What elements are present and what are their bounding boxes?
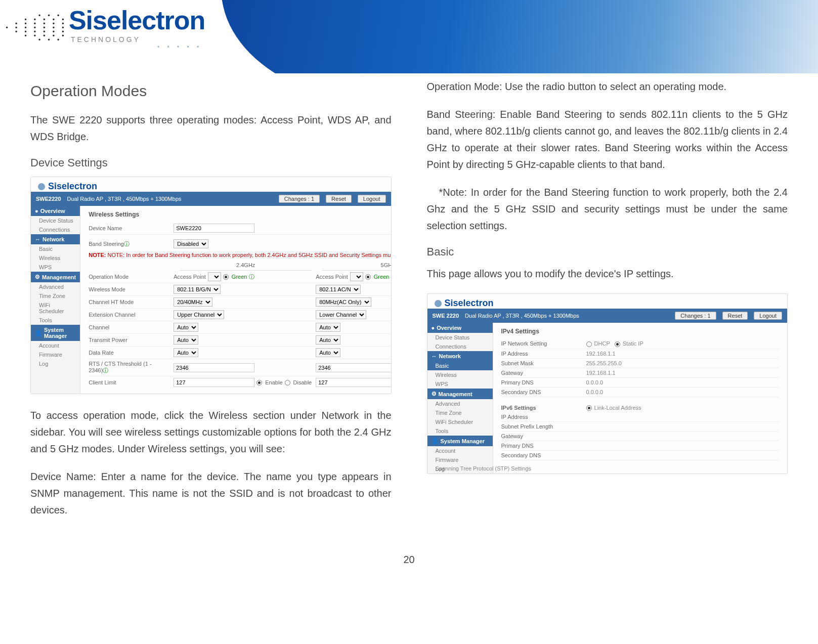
sidebar-item-account[interactable]: Account: [31, 341, 80, 350]
sidebar-item-wireless[interactable]: Wireless: [427, 370, 493, 379]
op-mode-24-select[interactable]: [208, 272, 221, 281]
logout-button[interactable]: Logout: [754, 312, 782, 320]
ht-5-select[interactable]: 80MHz(AC Only): [316, 297, 371, 307]
rts-5-input[interactable]: [316, 363, 391, 372]
subnet-mask-value[interactable]: 255.255.255.0: [586, 360, 780, 366]
brand-logo: • • • • • • • • • • • • • • • • • • • • …: [5, 5, 205, 51]
subnet-mask-label: Subnet Mask: [501, 360, 582, 366]
screenshot-ip-settings: Siselectron SWE 2220 Dual Radio AP , 3T3…: [427, 293, 788, 474]
primary-dns-value[interactable]: 0.0.0.0: [586, 379, 780, 385]
sidebar-item-connections[interactable]: Connections: [31, 225, 80, 234]
reset-button[interactable]: Reset: [326, 195, 352, 203]
shot2-desc: Dual Radio AP , 3T3R , 450Mbps + 1300Mbp…: [465, 313, 669, 319]
cl-24-enable-radio[interactable]: [256, 380, 262, 385]
sidebar-item-wps[interactable]: WPS: [31, 263, 80, 272]
brand-dots: • • • • •: [69, 44, 202, 51]
basic-paragraph: This page allows you to modify the devic…: [427, 266, 788, 282]
sidebar-group-overview[interactable]: ● Overview: [31, 206, 80, 216]
shot1-brand: Siselectron: [48, 181, 97, 192]
ipv6-address-label: IP Address: [501, 414, 582, 420]
dr-24-select[interactable]: Auto: [174, 348, 198, 357]
ipv6-gateway-value[interactable]: [586, 433, 780, 439]
ipv6-secondary-dns-value[interactable]: [586, 452, 780, 458]
sidebar-group-management[interactable]: ⚙ Management: [31, 272, 80, 282]
sidebar-item-log[interactable]: Log: [31, 359, 80, 368]
sidebar-group-system-manager[interactable]: 👤 System Manager: [427, 436, 493, 446]
device-name-input[interactable]: [174, 224, 254, 233]
shot2-model: SWE 2220: [433, 313, 459, 319]
sidebar-item-basic[interactable]: Basic: [31, 244, 80, 253]
shot2-logo: Siselectron: [427, 294, 788, 309]
wireless-mode-label: Wireless Mode: [89, 286, 169, 292]
tx-5-select[interactable]: Auto: [316, 335, 340, 345]
sidebar-group-system-manager[interactable]: 👤 System Manager: [31, 325, 80, 341]
cl-5-input[interactable]: [316, 378, 391, 387]
shot1-logo: Siselectron: [31, 177, 391, 192]
sidebar-item-device-status[interactable]: Device Status: [31, 216, 80, 225]
ext-5-select[interactable]: Lower Channel: [316, 310, 366, 319]
shot1-model: SWE2220: [36, 196, 61, 202]
op-mode-5-select[interactable]: [350, 272, 363, 281]
tx-power-label: Transmit Power: [89, 337, 169, 343]
green-radio-5[interactable]: [365, 274, 371, 280]
logout-button[interactable]: Logout: [358, 195, 386, 203]
link-local-radio[interactable]: [586, 405, 592, 411]
sidebar-item-advanced[interactable]: Advanced: [427, 399, 493, 408]
sidebar-item-time-zone[interactable]: Time Zone: [31, 291, 80, 300]
static-ip-radio[interactable]: [615, 341, 620, 347]
sidebar-group-overview[interactable]: ● Overview: [427, 323, 493, 333]
sidebar-item-wireless[interactable]: Wireless: [31, 253, 80, 263]
ipv4-settings-heading: IPv4 Settings: [501, 328, 780, 335]
ht-24-select[interactable]: 20/40MHz: [174, 297, 212, 307]
sidebar-group-network[interactable]: ↔ Network: [31, 234, 80, 244]
dhcp-radio[interactable]: [586, 341, 592, 347]
sidebar-item-tools[interactable]: Tools: [31, 316, 80, 325]
sidebar-item-basic[interactable]: Basic: [427, 361, 493, 370]
changes-button[interactable]: Changes : 1: [279, 195, 320, 203]
wmode-5-select[interactable]: 802.11 AC/N: [316, 285, 361, 294]
sidebar-group-management[interactable]: ⚙ Management: [427, 389, 493, 399]
shot1-topbar: SWE2220 Dual Radio AP , 3T3R , 450Mbps +…: [31, 192, 391, 206]
changes-button[interactable]: Changes : 1: [675, 312, 716, 320]
wmode-24-select[interactable]: 802.11 B/G/N: [174, 285, 221, 294]
ipv6-primary-dns-value[interactable]: [586, 443, 780, 449]
reset-button[interactable]: Reset: [722, 312, 748, 320]
sidebar-item-time-zone[interactable]: Time Zone: [427, 408, 493, 417]
intro-paragraph: The SWE 2220 supports three operating mo…: [30, 112, 392, 145]
sidebar-item-firmware[interactable]: Firmware: [427, 455, 493, 464]
cl-24-input[interactable]: [174, 378, 254, 387]
green-radio-24[interactable]: [223, 274, 229, 280]
shot2-topbar: SWE 2220 Dual Radio AP , 3T3R , 450Mbps …: [427, 309, 788, 323]
ipv6-address-value[interactable]: [586, 414, 780, 420]
band-steering-select[interactable]: Disabled: [174, 239, 208, 248]
channel-label: Channel: [89, 324, 169, 330]
sidebar-item-connections[interactable]: Connections: [427, 342, 493, 351]
dr-5-select[interactable]: Auto: [316, 348, 340, 357]
sidebar-item-wifi-scheduler[interactable]: WiFi Scheduler: [427, 417, 493, 426]
operation-mode-paragraph: Operation Mode: Use the radio button to …: [427, 78, 788, 95]
sidebar-item-firmware[interactable]: Firmware: [31, 350, 80, 359]
ext-24-select[interactable]: Upper Channel: [174, 310, 224, 319]
sidebar-item-device-status[interactable]: Device Status: [427, 333, 493, 342]
sidebar-item-account[interactable]: Account: [427, 446, 493, 455]
sidebar-item-wifi-scheduler[interactable]: WiFi Scheduler: [31, 300, 80, 316]
ip-address-value[interactable]: 192.168.1.1: [586, 351, 780, 357]
rts-24-input[interactable]: [174, 363, 254, 372]
sidebar-item-wps[interactable]: WPS: [427, 379, 493, 389]
band-steering-note-paragraph: *Note: In order for the Band Steering fu…: [427, 184, 788, 234]
gateway-value[interactable]: 192.168.1.1: [586, 370, 780, 376]
screenshot-wireless-settings: Siselectron SWE2220 Dual Radio AP , 3T3R…: [30, 177, 392, 394]
sidebar-item-tools[interactable]: Tools: [427, 426, 493, 436]
sidebar-item-advanced[interactable]: Advanced: [31, 282, 80, 291]
cl-24-disable-radio[interactable]: [285, 380, 290, 385]
gateway-label: Gateway: [501, 370, 582, 376]
ch-5-select[interactable]: Auto: [316, 323, 340, 332]
tx-24-select[interactable]: Auto: [174, 335, 198, 345]
page-content: Operation Modes The SWE 2220 supports th…: [0, 73, 818, 550]
secondary-dns-value[interactable]: 0.0.0.0: [586, 389, 780, 395]
ch-24-select[interactable]: Auto: [174, 323, 198, 332]
subnet-prefix-value[interactable]: [586, 423, 780, 430]
sidebar-group-network[interactable]: ↔ Network: [427, 351, 493, 361]
ipv6-primary-dns-label: Primary DNS: [501, 443, 582, 449]
stp-settings-heading: Spanning Tree Protocol (STP) Settings: [436, 465, 532, 471]
